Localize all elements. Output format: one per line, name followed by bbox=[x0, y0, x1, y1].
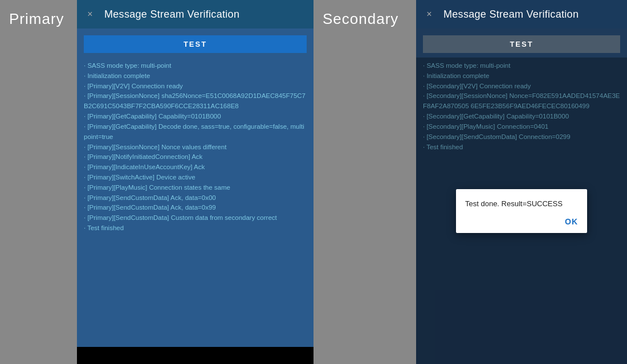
ok-button-container: OK bbox=[465, 217, 578, 226]
left-background: Primary bbox=[0, 0, 77, 364]
left-panel: Primary × Message Stream Verification TE… bbox=[0, 0, 314, 364]
left-close-button[interactable]: × bbox=[84, 8, 96, 21]
log-line: · [Primary][SendCustomData] Ack, data=0x… bbox=[84, 193, 307, 203]
success-dialog: Test done. Result=SUCCESS OK bbox=[456, 189, 587, 233]
right-dialog-header: × Message Stream Verification bbox=[416, 0, 627, 28]
log-line: · [Primary][SendCustomData] Custom data … bbox=[84, 213, 307, 223]
log-line: · [Primary][PlayMusic] Connection states… bbox=[84, 183, 307, 193]
left-bottom-bar bbox=[77, 347, 314, 364]
ok-button[interactable]: OK bbox=[565, 217, 578, 226]
right-background: Secondary bbox=[314, 0, 416, 364]
log-line: · [Primary][GetCapability] Capability=01… bbox=[84, 112, 307, 122]
right-test-button[interactable]: TEST bbox=[423, 35, 620, 53]
right-dialog-title: Message Stream Verification bbox=[443, 9, 579, 21]
secondary-title: Secondary bbox=[323, 10, 398, 28]
log-line: · [Primary][SwitchActive] Device active bbox=[84, 173, 307, 183]
left-test-btn-container: TEST bbox=[77, 28, 314, 58]
log-line: · [Primary][V2V] Connection ready bbox=[84, 81, 307, 92]
log-line: · SASS mode type: multi-point bbox=[84, 61, 307, 71]
log-line: · [Primary][SendCustomData] Ack, data=0x… bbox=[84, 203, 307, 213]
success-message: Test done. Result=SUCCESS bbox=[465, 199, 578, 208]
left-dialog-title: Message Stream Verification bbox=[104, 9, 239, 21]
left-log-area: · SASS mode type: multi-point· Initializ… bbox=[77, 58, 314, 347]
log-line: · Test finished bbox=[84, 223, 307, 234]
log-line: · [Primary][SessionNonce] sha256Nonce=E5… bbox=[84, 91, 307, 112]
log-line: · Initialization complete bbox=[84, 71, 307, 81]
log-line: · [Primary][IndicateInUseAccountKey] Ack bbox=[84, 162, 307, 173]
left-test-button[interactable]: TEST bbox=[84, 35, 307, 53]
left-dialog-header: × Message Stream Verification bbox=[77, 0, 314, 28]
right-test-btn-container: TEST bbox=[416, 28, 627, 58]
left-dialog-container: × Message Stream Verification TEST · SAS… bbox=[77, 0, 314, 364]
right-close-button[interactable]: × bbox=[423, 8, 435, 21]
primary-title: Primary bbox=[9, 10, 64, 28]
right-panel: Secondary × Message Stream Verification … bbox=[314, 0, 627, 364]
success-overlay: Test done. Result=SUCCESS OK bbox=[416, 58, 627, 364]
right-log-wrapper: · SASS mode type: multi-point· Initializ… bbox=[416, 58, 627, 364]
log-line: · [Primary][NotifyInitiatedConnection] A… bbox=[84, 152, 307, 162]
right-dialog-container: × Message Stream Verification TEST · SAS… bbox=[416, 0, 627, 364]
log-line: · [Primary][GetCapability] Decode done, … bbox=[84, 122, 307, 142]
log-line: · [Primary][SessionNonce] Nonce values d… bbox=[84, 142, 307, 153]
